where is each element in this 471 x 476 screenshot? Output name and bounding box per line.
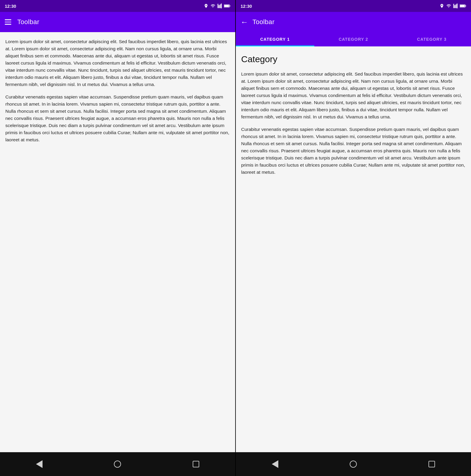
content-title: Category bbox=[241, 52, 466, 66]
right-status-bar: 12:30 bbox=[236, 0, 471, 12]
right-home-icon bbox=[350, 461, 357, 468]
left-phone: 12:30 Toolbar Lorem ipsum dolor sit amet… bbox=[0, 0, 235, 476]
left-status-time: 12:30 bbox=[5, 4, 16, 9]
left-nav-bar bbox=[0, 452, 235, 476]
left-back-button[interactable] bbox=[35, 460, 43, 468]
right-phone: 12:30 ← Toolbar CATEGORY 1 CATEGORY 2 CA… bbox=[236, 0, 471, 476]
signal-icon bbox=[217, 4, 222, 8]
left-toolbar-title: Toolbar bbox=[17, 18, 39, 26]
hamburger-line3 bbox=[5, 24, 11, 25]
right-back-button[interactable] bbox=[271, 460, 279, 468]
right-paragraph-2: Curabitur venenatis egestas sapien vitae… bbox=[241, 126, 466, 176]
svg-rect-5 bbox=[460, 5, 465, 7]
hamburger-line2 bbox=[5, 22, 11, 23]
left-paragraph-1: Lorem ipsum dolor sit amet, consectetur … bbox=[5, 38, 230, 88]
battery-icon-right bbox=[460, 4, 466, 8]
right-back-icon bbox=[272, 460, 278, 468]
left-recents-button[interactable] bbox=[192, 460, 200, 468]
left-status-icons bbox=[204, 4, 230, 8]
right-toolbar: ← Toolbar bbox=[236, 12, 471, 32]
location-icon-right bbox=[439, 4, 444, 8]
tab-category-2[interactable]: CATEGORY 2 bbox=[314, 32, 393, 46]
left-paragraph-2: Curabitur venenatis egestas sapien vitae… bbox=[5, 93, 230, 143]
battery-icon bbox=[224, 4, 230, 8]
svg-rect-2 bbox=[224, 5, 229, 7]
right-nav-bar bbox=[236, 452, 471, 476]
right-content: Category Lorem ipsum dolor sit amet, con… bbox=[236, 46, 471, 452]
left-content: Lorem ipsum dolor sit amet, consectetur … bbox=[0, 32, 235, 452]
left-status-bar: 12:30 bbox=[0, 0, 235, 12]
right-toolbar-title: Toolbar bbox=[252, 18, 274, 26]
tabs-container: CATEGORY 1 CATEGORY 2 CATEGORY 3 bbox=[236, 32, 471, 46]
menu-button[interactable] bbox=[5, 19, 11, 25]
location-icon bbox=[204, 4, 208, 8]
right-home-button[interactable] bbox=[349, 460, 357, 468]
left-recents-icon bbox=[193, 461, 199, 467]
tab-category-1[interactable]: CATEGORY 1 bbox=[236, 32, 314, 46]
left-home-button[interactable] bbox=[113, 460, 122, 468]
left-toolbar: Toolbar bbox=[0, 12, 235, 32]
tab-category-3[interactable]: CATEGORY 3 bbox=[392, 32, 471, 46]
wifi-icon-right bbox=[446, 4, 451, 8]
right-status-time: 12:30 bbox=[241, 4, 252, 9]
svg-rect-1 bbox=[230, 5, 230, 7]
left-home-icon bbox=[114, 461, 121, 468]
right-paragraph-1: Lorem ipsum dolor sit amet, consectetur … bbox=[241, 71, 466, 120]
signal-icon-right bbox=[453, 4, 458, 8]
right-recents-icon bbox=[428, 461, 435, 467]
back-button[interactable]: ← bbox=[241, 18, 248, 27]
right-recents-button[interactable] bbox=[428, 460, 436, 468]
svg-rect-4 bbox=[465, 5, 466, 7]
hamburger-line1 bbox=[5, 19, 11, 20]
left-back-icon bbox=[36, 460, 43, 468]
wifi-icon bbox=[210, 4, 216, 8]
right-status-icons bbox=[439, 4, 466, 8]
